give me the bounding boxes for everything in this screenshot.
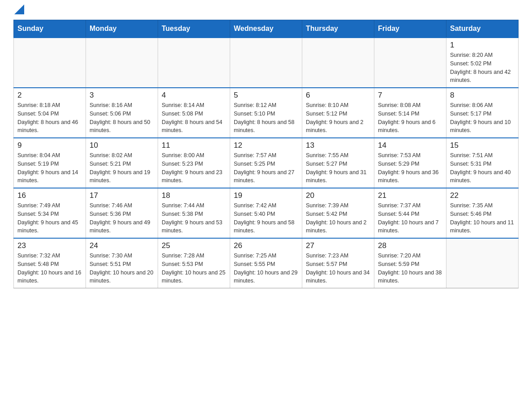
day-info: Sunrise: 8:16 AMSunset: 5:06 PMDaylight:… [90, 101, 154, 135]
logo-triangle-icon [14, 4, 24, 14]
column-header-monday: Monday [86, 20, 158, 38]
calendar-cell: 26Sunrise: 7:25 AMSunset: 5:55 PMDayligh… [230, 238, 302, 288]
day-number: 22 [450, 191, 515, 200]
calendar-cell: 23Sunrise: 7:32 AMSunset: 5:48 PMDayligh… [14, 238, 86, 288]
day-number: 24 [90, 241, 154, 250]
calendar-cell: 22Sunrise: 7:35 AMSunset: 5:46 PMDayligh… [446, 188, 519, 238]
calendar-cell [374, 38, 446, 88]
day-info: Sunrise: 7:44 AMSunset: 5:38 PMDaylight:… [162, 201, 226, 235]
day-info: Sunrise: 8:14 AMSunset: 5:08 PMDaylight:… [162, 101, 226, 135]
calendar-cell: 18Sunrise: 7:44 AMSunset: 5:38 PMDayligh… [158, 188, 230, 238]
svg-marker-0 [14, 4, 24, 14]
day-info: Sunrise: 8:10 AMSunset: 5:12 PMDaylight:… [306, 101, 370, 135]
day-number: 9 [17, 141, 82, 150]
day-info: Sunrise: 7:23 AMSunset: 5:57 PMDaylight:… [306, 252, 370, 285]
day-number: 25 [162, 241, 226, 250]
calendar-cell [14, 38, 86, 88]
calendar-cell: 7Sunrise: 8:08 AMSunset: 5:14 PMDaylight… [374, 88, 446, 138]
day-info: Sunrise: 7:46 AMSunset: 5:36 PMDaylight:… [90, 201, 154, 235]
day-info: Sunrise: 8:08 AMSunset: 5:14 PMDaylight:… [378, 101, 442, 135]
day-number: 17 [90, 191, 154, 200]
day-info: Sunrise: 7:55 AMSunset: 5:27 PMDaylight:… [306, 151, 370, 185]
day-number: 23 [17, 241, 82, 250]
day-number: 2 [17, 91, 82, 100]
column-header-friday: Friday [374, 20, 446, 38]
calendar-cell: 12Sunrise: 7:57 AMSunset: 5:25 PMDayligh… [230, 138, 302, 188]
calendar-cell [302, 38, 374, 88]
calendar-cell [86, 38, 158, 88]
day-info: Sunrise: 7:53 AMSunset: 5:29 PMDaylight:… [378, 151, 442, 185]
day-info: Sunrise: 7:57 AMSunset: 5:25 PMDaylight:… [234, 151, 298, 185]
calendar-week-row: 23Sunrise: 7:32 AMSunset: 5:48 PMDayligh… [14, 238, 519, 288]
calendar-cell: 13Sunrise: 7:55 AMSunset: 5:27 PMDayligh… [302, 138, 374, 188]
day-number: 6 [306, 91, 370, 100]
day-number: 11 [162, 141, 226, 150]
day-info: Sunrise: 8:04 AMSunset: 5:19 PMDaylight:… [17, 151, 82, 185]
calendar-cell: 21Sunrise: 7:37 AMSunset: 5:44 PMDayligh… [374, 188, 446, 238]
calendar-cell: 19Sunrise: 7:42 AMSunset: 5:40 PMDayligh… [230, 188, 302, 238]
day-number: 5 [234, 91, 298, 100]
day-number: 4 [162, 91, 226, 100]
calendar-cell: 9Sunrise: 8:04 AMSunset: 5:19 PMDaylight… [14, 138, 86, 188]
day-info: Sunrise: 7:32 AMSunset: 5:48 PMDaylight:… [17, 252, 82, 285]
calendar-cell: 10Sunrise: 8:02 AMSunset: 5:21 PMDayligh… [86, 138, 158, 188]
day-info: Sunrise: 8:02 AMSunset: 5:21 PMDaylight:… [90, 151, 154, 185]
day-number: 18 [162, 191, 226, 200]
calendar-cell: 2Sunrise: 8:18 AMSunset: 5:04 PMDaylight… [14, 88, 86, 138]
calendar-cell: 3Sunrise: 8:16 AMSunset: 5:06 PMDaylight… [86, 88, 158, 138]
calendar-cell: 20Sunrise: 7:39 AMSunset: 5:42 PMDayligh… [302, 188, 374, 238]
day-number: 19 [234, 191, 298, 200]
day-info: Sunrise: 7:51 AMSunset: 5:31 PMDaylight:… [450, 151, 515, 185]
day-info: Sunrise: 8:12 AMSunset: 5:10 PMDaylight:… [234, 101, 298, 135]
calendar-week-row: 16Sunrise: 7:49 AMSunset: 5:34 PMDayligh… [14, 188, 519, 238]
calendar-cell: 4Sunrise: 8:14 AMSunset: 5:08 PMDaylight… [158, 88, 230, 138]
day-number: 7 [378, 91, 442, 100]
calendar-cell [446, 238, 519, 288]
day-number: 16 [17, 191, 82, 200]
day-info: Sunrise: 8:06 AMSunset: 5:17 PMDaylight:… [450, 101, 515, 135]
column-header-wednesday: Wednesday [230, 20, 302, 38]
day-number: 27 [306, 241, 370, 250]
calendar-cell: 25Sunrise: 7:28 AMSunset: 5:53 PMDayligh… [158, 238, 230, 288]
day-number: 8 [450, 91, 515, 100]
calendar-cell: 6Sunrise: 8:10 AMSunset: 5:12 PMDaylight… [302, 88, 374, 138]
calendar-cell: 14Sunrise: 7:53 AMSunset: 5:29 PMDayligh… [374, 138, 446, 188]
calendar-week-row: 1Sunrise: 8:20 AMSunset: 5:02 PMDaylight… [14, 38, 519, 88]
calendar-cell: 17Sunrise: 7:46 AMSunset: 5:36 PMDayligh… [86, 188, 158, 238]
calendar-header-row: SundayMondayTuesdayWednesdayThursdayFrid… [14, 20, 519, 38]
day-number: 28 [378, 241, 442, 250]
day-info: Sunrise: 7:30 AMSunset: 5:51 PMDaylight:… [90, 252, 154, 285]
day-info: Sunrise: 8:00 AMSunset: 5:23 PMDaylight:… [162, 151, 226, 185]
day-number: 14 [378, 141, 442, 150]
calendar-cell: 27Sunrise: 7:23 AMSunset: 5:57 PMDayligh… [302, 238, 374, 288]
day-number: 26 [234, 241, 298, 250]
day-number: 20 [306, 191, 370, 200]
day-info: Sunrise: 7:25 AMSunset: 5:55 PMDaylight:… [234, 252, 298, 285]
page-header [13, 9, 519, 11]
day-number: 13 [306, 141, 370, 150]
calendar-cell [158, 38, 230, 88]
calendar-cell: 1Sunrise: 8:20 AMSunset: 5:02 PMDaylight… [446, 38, 519, 88]
day-info: Sunrise: 7:37 AMSunset: 5:44 PMDaylight:… [378, 201, 442, 235]
calendar-cell: 24Sunrise: 7:30 AMSunset: 5:51 PMDayligh… [86, 238, 158, 288]
calendar-table: SundayMondayTuesdayWednesdayThursdayFrid… [13, 20, 519, 288]
column-header-sunday: Sunday [14, 20, 86, 38]
day-info: Sunrise: 7:39 AMSunset: 5:42 PMDaylight:… [306, 201, 370, 235]
calendar-cell: 28Sunrise: 7:20 AMSunset: 5:59 PMDayligh… [374, 238, 446, 288]
calendar-week-row: 9Sunrise: 8:04 AMSunset: 5:19 PMDaylight… [14, 138, 519, 188]
column-header-tuesday: Tuesday [158, 20, 230, 38]
day-number: 1 [450, 41, 515, 50]
day-number: 15 [450, 141, 515, 150]
day-info: Sunrise: 8:20 AMSunset: 5:02 PMDaylight:… [450, 51, 515, 85]
calendar-cell: 15Sunrise: 7:51 AMSunset: 5:31 PMDayligh… [446, 138, 519, 188]
day-info: Sunrise: 7:28 AMSunset: 5:53 PMDaylight:… [162, 252, 226, 285]
column-header-thursday: Thursday [302, 20, 374, 38]
day-number: 3 [90, 91, 154, 100]
calendar-week-row: 2Sunrise: 8:18 AMSunset: 5:04 PMDaylight… [14, 88, 519, 138]
day-info: Sunrise: 7:20 AMSunset: 5:59 PMDaylight:… [378, 252, 442, 285]
day-info: Sunrise: 7:49 AMSunset: 5:34 PMDaylight:… [17, 201, 82, 235]
column-header-saturday: Saturday [446, 20, 519, 38]
calendar-cell [230, 38, 302, 88]
calendar-cell: 5Sunrise: 8:12 AMSunset: 5:10 PMDaylight… [230, 88, 302, 138]
day-info: Sunrise: 7:42 AMSunset: 5:40 PMDaylight:… [234, 201, 298, 235]
